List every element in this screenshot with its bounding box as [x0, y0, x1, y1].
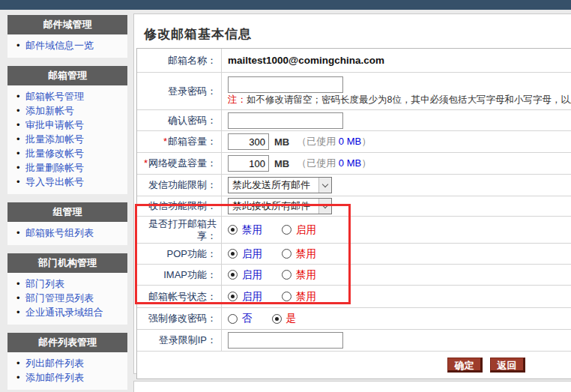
mailbox-quota-input[interactable] [228, 133, 269, 150]
login-password-label: 登录密码： [137, 73, 222, 109]
share-enable-label[interactable]: 启用 [296, 223, 316, 237]
section-header-mail-domain: 邮件域管理 [7, 15, 127, 34]
force-yes-label[interactable]: 是 [286, 312, 297, 325]
section-header-maillist: 邮件列表管理 [7, 333, 127, 352]
chevron-down-icon [318, 178, 331, 193]
disk-unit: MB [274, 158, 289, 169]
sidebar-item-import-export[interactable]: 导入导出帐号 [7, 175, 127, 189]
sidebar-section-maillist: 邮件列表管理 列出邮件列表 添加邮件列表 [7, 333, 127, 390]
sidebar-item-account-manage[interactable]: 邮箱帐号管理 [7, 89, 127, 103]
chevron-down-icon [318, 199, 331, 214]
row-login-ip: 登录限制IP： [137, 330, 571, 352]
share-disable-radio[interactable] [228, 225, 238, 235]
mailbox-name-value: mailtest1000@comingchina.com [228, 55, 384, 66]
sidebar-item-dept-admin-list[interactable]: 部门管理员列表 [7, 291, 127, 305]
mailbox-quota-label: *邮箱容量： [137, 131, 222, 152]
pop-enable-label[interactable]: 启用 [242, 247, 262, 261]
confirm-button[interactable]: 确定 [447, 358, 483, 373]
status-enable-label[interactable]: 启用 [242, 290, 262, 304]
page-title: 修改邮箱基本信息 [144, 25, 571, 43]
sidebar-item-add-account[interactable]: 添加新帐号 [7, 103, 127, 118]
quota-unit: MB [274, 136, 289, 148]
sidebar-section-department: 部门机构管理 部门列表 部门管理员列表 企业通讯录域组合 [7, 253, 127, 325]
status-disable-radio[interactable] [282, 292, 291, 301]
sidebar-section-group: 组管理 邮箱账号组列表 [7, 202, 127, 245]
sidebar: 邮件域管理 邮件域信息一览 邮箱管理 邮箱帐号管理 添加新帐号 审批申请帐号 批… [7, 15, 127, 392]
sidebar-item-group-list[interactable]: 邮箱账号组列表 [7, 226, 127, 240]
sidebar-item-list-maillists[interactable]: 列出邮件列表 [7, 356, 127, 370]
row-mailbox-share: 是否打开邮箱共享： 禁用 启用 [137, 217, 571, 244]
mailbox-share-label: 是否打开邮箱共享： [137, 217, 222, 243]
top-bar [0, 0, 571, 10]
sidebar-item-batch-add[interactable]: 批量添加帐号 [7, 132, 127, 146]
sidebar-item-contacts-combo[interactable]: 企业通讯录域组合 [7, 305, 127, 319]
status-disable-label[interactable]: 禁用 [296, 290, 316, 304]
row-account-status: 邮箱帐号状态： 启用 禁用 [137, 286, 571, 308]
row-disk-quota: *网络硬盘容量： MB （已使用 0 MB） [137, 153, 571, 175]
force-no-label[interactable]: 否 [242, 312, 253, 325]
sidebar-item-batch-delete[interactable]: 批量删除帐号 [7, 160, 127, 175]
section-header-group: 组管理 [7, 202, 127, 222]
row-recv-limit: 收信功能限制： 禁此接收所有邮件 [137, 196, 571, 217]
sidebar-item-add-maillist[interactable]: 添加邮件列表 [7, 370, 127, 385]
pop-enable-radio[interactable] [228, 249, 238, 259]
send-limit-select[interactable]: 禁此发送所有邮件 [228, 177, 332, 193]
section-header-department: 部门机构管理 [7, 253, 127, 273]
login-ip-label: 登录限制IP： [137, 330, 222, 351]
login-password-input[interactable] [228, 76, 343, 93]
pop-disable-radio[interactable] [282, 249, 291, 259]
disk-used: （已使用 0 MB） [297, 157, 371, 170]
row-login-password: 登录密码： 注：如不修改请留空；密码长度最少为8位，其中必须包括大写字母和小写字… [137, 73, 571, 110]
imap-disable-radio[interactable] [282, 270, 291, 280]
sidebar-item-batch-modify[interactable]: 批量修改帐号 [7, 146, 127, 160]
status-enable-radio[interactable] [228, 292, 238, 301]
password-note: 注：如不修改请留空；密码长度最少为8位，其中必须包括大写字母和小写字母，以及数 [228, 94, 571, 106]
login-ip-input[interactable] [228, 332, 343, 349]
row-pop: POP功能： 启用 禁用 [137, 244, 571, 265]
back-button[interactable]: 返回 [490, 358, 525, 373]
sidebar-section-mail-domain: 邮件域管理 邮件域信息一览 [7, 15, 127, 58]
share-disable-label[interactable]: 禁用 [242, 223, 262, 237]
sidebar-item-dept-list[interactable]: 部门列表 [7, 277, 127, 291]
row-force-change-password: 强制修改密码： 否 是 [137, 308, 571, 330]
confirm-password-label: 确认密码： [137, 110, 222, 130]
section-header-mailbox: 邮箱管理 [7, 66, 127, 85]
recv-limit-select[interactable]: 禁此接收所有邮件 [228, 198, 332, 214]
force-yes-radio[interactable] [272, 314, 282, 324]
confirm-password-input[interactable] [228, 112, 343, 129]
row-confirm-password: 确认密码： [137, 110, 571, 131]
pop-disable-label[interactable]: 禁用 [296, 247, 316, 261]
row-mailbox-name: 邮箱名称： mailtest1000@comingchina.com [137, 49, 571, 73]
sidebar-item-approve-account[interactable]: 审批申请帐号 [7, 118, 127, 132]
pop-label: POP功能： [137, 244, 222, 264]
recv-limit-label: 收信功能限制： [137, 196, 222, 216]
row-send-limit: 发信功能限制： 禁此发送所有邮件 [137, 175, 571, 196]
share-enable-radio[interactable] [282, 225, 291, 235]
account-status-label: 邮箱帐号状态： [137, 286, 222, 307]
imap-label: IMAP功能： [137, 265, 222, 285]
quota-used: （已使用 0 MB） [297, 135, 371, 148]
mailbox-name-label: 邮箱名称： [137, 49, 222, 72]
imap-enable-radio[interactable] [228, 270, 238, 280]
disk-quota-input[interactable] [228, 155, 269, 172]
sidebar-section-mailbox: 邮箱管理 邮箱帐号管理 添加新帐号 审批申请帐号 批量添加帐号 批量修改帐号 批… [7, 66, 127, 194]
send-limit-label: 发信功能限制： [137, 175, 222, 196]
imap-enable-label[interactable]: 启用 [242, 268, 262, 282]
row-buttons: 确定 返回 [137, 352, 571, 379]
force-no-radio[interactable] [228, 314, 238, 324]
next-section-panel [133, 381, 571, 392]
force-change-label: 强制修改密码： [137, 308, 222, 329]
row-mailbox-quota: *邮箱容量： MB （已使用 0 MB） [137, 131, 571, 153]
row-imap: IMAP功能： 启用 禁用 [137, 265, 571, 286]
mailbox-edit-form: 邮箱名称： mailtest1000@comingchina.com 登录密码：… [136, 48, 571, 379]
sidebar-item-domain-info[interactable]: 邮件域信息一览 [7, 38, 127, 52]
disk-quota-label: *网络硬盘容量： [137, 153, 222, 174]
main-panel: 修改邮箱基本信息 邮箱名称： mailtest1000@comingchina.… [133, 13, 571, 374]
imap-disable-label[interactable]: 禁用 [296, 268, 316, 282]
